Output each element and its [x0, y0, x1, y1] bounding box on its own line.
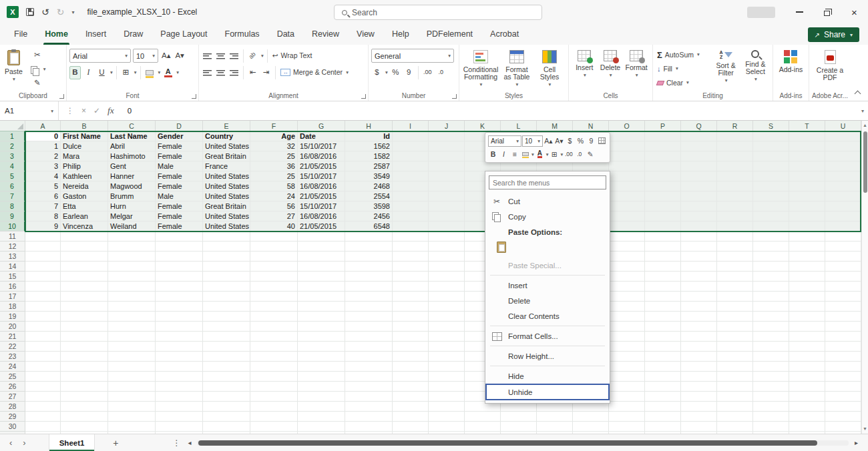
- cell-H23[interactable]: [345, 352, 393, 362]
- cell-D15[interactable]: [156, 272, 203, 282]
- cell-J25[interactable]: [429, 372, 465, 382]
- cell-C13[interactable]: [108, 252, 156, 262]
- cell-H2[interactable]: 1562: [345, 141, 393, 151]
- menu-item-insert[interactable]: Insert: [485, 278, 610, 293]
- cell-A10[interactable]: 9: [25, 221, 61, 232]
- cell-E22[interactable]: [203, 342, 250, 352]
- cell-D28[interactable]: [156, 402, 203, 412]
- cell-H18[interactable]: [345, 302, 393, 312]
- vertical-scrollbar-thumb[interactable]: [863, 131, 867, 193]
- cell-T1[interactable]: [789, 131, 825, 141]
- cell-S29[interactable]: [753, 412, 789, 422]
- cell-T21[interactable]: [789, 332, 825, 342]
- cell-G8[interactable]: 15/10/2017: [298, 201, 345, 211]
- cell-R19[interactable]: [717, 312, 753, 322]
- cell-D23[interactable]: [156, 352, 203, 362]
- cell-I20[interactable]: [393, 322, 429, 332]
- cell-A5[interactable]: 4: [25, 171, 61, 181]
- cell-R30[interactable]: [717, 422, 753, 432]
- cell-P17[interactable]: [645, 292, 681, 302]
- row-header-28[interactable]: 28: [0, 402, 25, 412]
- cell-U27[interactable]: [825, 392, 861, 402]
- cell-I21[interactable]: [393, 332, 429, 342]
- cell-A9[interactable]: 8: [25, 211, 61, 221]
- cell-G24[interactable]: [298, 362, 345, 372]
- cell-H9[interactable]: 2456: [345, 211, 393, 221]
- horizontal-scrollbar-thumb[interactable]: [198, 440, 817, 446]
- column-header-j[interactable]: J: [429, 121, 465, 131]
- cell-F21[interactable]: [250, 332, 298, 342]
- cell-E13[interactable]: [203, 252, 250, 262]
- cell-S24[interactable]: [753, 362, 789, 372]
- cell-C14[interactable]: [108, 262, 156, 272]
- cell-U3[interactable]: [825, 151, 861, 161]
- font-color-button[interactable]: A: [162, 66, 174, 79]
- cell-H19[interactable]: [345, 312, 393, 322]
- cell-G11[interactable]: [298, 232, 345, 242]
- cell-D7[interactable]: Male: [156, 191, 203, 201]
- cell-G1[interactable]: Date: [298, 131, 345, 141]
- cell-C17[interactable]: [108, 292, 156, 302]
- cell-J22[interactable]: [429, 342, 465, 352]
- cell-D4[interactable]: Male: [156, 161, 203, 171]
- cell-O2[interactable]: [609, 141, 645, 151]
- cell-J12[interactable]: [429, 242, 465, 252]
- cell-O8[interactable]: [609, 201, 645, 211]
- cell-A29[interactable]: [25, 412, 61, 422]
- cell-D29[interactable]: [156, 412, 203, 422]
- cell-E18[interactable]: [203, 302, 250, 312]
- cell-G25[interactable]: [298, 372, 345, 382]
- cell-G14[interactable]: [298, 262, 345, 272]
- cell-U8[interactable]: [825, 201, 861, 211]
- cell-C22[interactable]: [108, 342, 156, 352]
- cell-Q18[interactable]: [681, 302, 717, 312]
- cell-U30[interactable]: [825, 422, 861, 432]
- menu-item-clear-contents[interactable]: Clear Contents: [485, 308, 610, 324]
- cell-U10[interactable]: [825, 221, 861, 232]
- cell-R2[interactable]: [717, 141, 753, 151]
- cell-G5[interactable]: 15/10/2017: [298, 171, 345, 181]
- cell-B6[interactable]: Nereida: [61, 181, 108, 191]
- cell-G15[interactable]: [298, 272, 345, 282]
- cell-Q29[interactable]: [681, 412, 717, 422]
- cell-C1[interactable]: Last Name: [108, 131, 156, 141]
- cell-I8[interactable]: [393, 201, 429, 211]
- mini-font-name-combo[interactable]: Arial▾: [488, 135, 521, 147]
- cell-A13[interactable]: [25, 252, 61, 262]
- cell-Q17[interactable]: [681, 292, 717, 302]
- cell-K4[interactable]: [465, 161, 501, 171]
- cell-C16[interactable]: [108, 282, 156, 292]
- mini-decrease-decimal-icon[interactable]: .0: [574, 149, 584, 160]
- row-header-12[interactable]: 12: [0, 242, 25, 252]
- cell-I6[interactable]: [393, 181, 429, 191]
- cell-H12[interactable]: [345, 242, 393, 252]
- cell-A6[interactable]: 5: [25, 181, 61, 191]
- cell-S26[interactable]: [753, 382, 789, 392]
- align-middle-button[interactable]: [215, 49, 226, 63]
- cell-B25[interactable]: [61, 372, 108, 382]
- cell-T9[interactable]: [789, 211, 825, 221]
- cell-Q7[interactable]: [681, 191, 717, 201]
- mini-font-color-icon[interactable]: A: [535, 149, 545, 160]
- cell-J27[interactable]: [429, 392, 465, 402]
- cell-N29[interactable]: [573, 412, 609, 422]
- cell-Q10[interactable]: [681, 221, 717, 232]
- cell-F24[interactable]: [250, 362, 298, 372]
- underline-button[interactable]: U: [96, 66, 107, 79]
- cell-G20[interactable]: [298, 322, 345, 332]
- cell-S7[interactable]: [753, 191, 789, 201]
- cell-C8[interactable]: Hurn: [108, 201, 156, 211]
- cell-J19[interactable]: [429, 312, 465, 322]
- cell-D10[interactable]: Female: [156, 221, 203, 232]
- cut-button[interactable]: ✂: [27, 49, 47, 62]
- cell-A23[interactable]: [25, 352, 61, 362]
- cell-C3[interactable]: Hashimoto: [108, 151, 156, 161]
- mini-currency-icon[interactable]: $: [565, 135, 575, 147]
- cell-A1[interactable]: 0: [25, 131, 61, 141]
- cell-I7[interactable]: [393, 191, 429, 201]
- cell-C23[interactable]: [108, 352, 156, 362]
- row-header-1[interactable]: 1: [0, 131, 25, 141]
- format-painter-button[interactable]: ✎: [27, 77, 47, 90]
- mini-comma-icon[interactable]: 9: [586, 135, 596, 147]
- cell-B26[interactable]: [61, 382, 108, 392]
